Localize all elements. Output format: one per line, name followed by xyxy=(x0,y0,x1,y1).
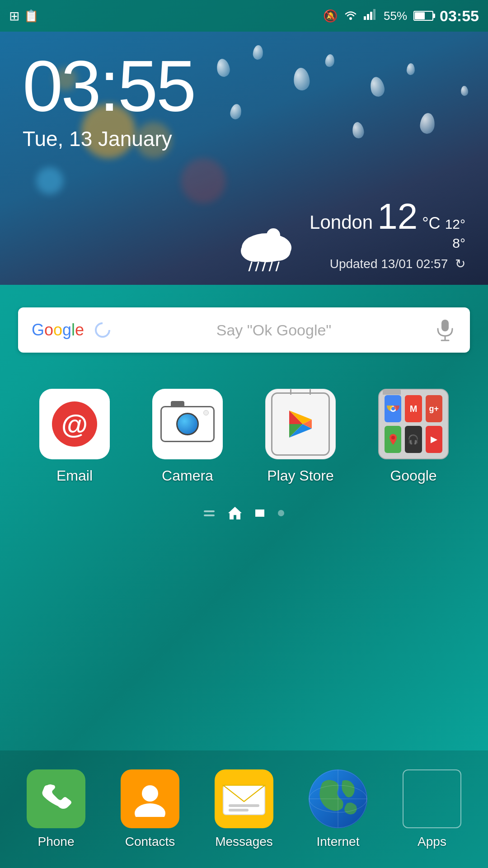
app-google-folder[interactable]: M g+ 🎧 ▶ Google xyxy=(368,389,459,484)
google-logo-arc xyxy=(91,319,114,341)
play-store-label: Play Store xyxy=(267,467,334,484)
maps-mini-icon xyxy=(385,426,401,453)
contacts-icon[interactable] xyxy=(121,769,179,828)
phone-label: Phone xyxy=(38,835,75,849)
svg-point-0 xyxy=(349,17,352,20)
svg-point-27 xyxy=(142,785,158,802)
camera-icon[interactable] xyxy=(152,389,223,459)
dock-contacts[interactable]: Contacts xyxy=(109,769,191,849)
page-dot[interactable] xyxy=(278,510,284,516)
page-lines-icon xyxy=(204,510,215,516)
svg-rect-14 xyxy=(441,320,449,331)
weather-temp: 12 xyxy=(377,198,418,235)
dock-phone[interactable]: Phone xyxy=(15,769,97,849)
dock-internet[interactable]: Internet xyxy=(297,769,379,849)
google-logo: Google xyxy=(32,321,84,340)
svg-line-9 xyxy=(249,262,252,271)
page-home-icon[interactable] xyxy=(228,507,242,519)
status-bar: ⊞ 📋 🔕 55% 03:55 xyxy=(0,0,488,32)
chrome-mini-icon xyxy=(385,395,401,422)
svg-point-26 xyxy=(391,436,395,439)
messages-label: Messages xyxy=(215,835,273,849)
weather-cloud-icon xyxy=(233,226,300,271)
play-store-icon[interactable] xyxy=(265,389,336,459)
svg-rect-1 xyxy=(364,16,366,20)
apps-grid-icon[interactable] xyxy=(403,769,461,828)
dock: Phone Contacts Messages xyxy=(0,750,488,868)
apps-label: Apps xyxy=(418,835,446,849)
svg-point-28 xyxy=(135,803,165,817)
email-label: Email xyxy=(56,467,93,484)
dock-apps[interactable]: Apps xyxy=(391,769,473,849)
google-folder-icon[interactable]: M g+ 🎧 ▶ xyxy=(378,389,449,459)
internet-icon[interactable] xyxy=(309,769,367,828)
weather-city: London xyxy=(310,212,373,233)
youtube-mini-icon: ▶ xyxy=(426,426,442,453)
svg-rect-8 xyxy=(267,228,280,242)
status-time: 03:55 xyxy=(440,7,479,25)
contacts-label: Contacts xyxy=(125,835,175,849)
svg-line-12 xyxy=(269,262,272,271)
app-play-store[interactable]: Play Store xyxy=(255,389,346,484)
weather-updated: Updated 13/01 02:57 ↻ xyxy=(310,256,465,271)
battery-percent: 55% xyxy=(384,9,407,23)
status-left-icons: ⊞ 📋 xyxy=(9,9,38,24)
wifi-icon xyxy=(344,9,357,23)
weather-unit: °C xyxy=(422,214,440,233)
search-placeholder[interactable]: Say "Ok Google" xyxy=(121,321,427,339)
search-bar[interactable]: Google Say "Ok Google" xyxy=(18,307,470,353)
svg-rect-34 xyxy=(229,809,249,811)
weather-hilo: 12° 8° xyxy=(445,215,465,253)
document-icon: 📋 xyxy=(24,9,38,23)
search-bar-container: Google Say "Ok Google" xyxy=(0,285,488,362)
internet-label: Internet xyxy=(317,835,360,849)
svg-line-10 xyxy=(256,262,258,271)
app-email[interactable]: @ Email xyxy=(29,389,120,484)
messages-icon[interactable] xyxy=(215,769,273,828)
widget-time: 03:55 xyxy=(23,50,465,122)
mic-button[interactable] xyxy=(434,319,456,341)
svg-line-13 xyxy=(276,262,279,271)
image-icon: ⊞ xyxy=(9,9,19,24)
mute-icon: 🔕 xyxy=(323,9,338,23)
widget-date: Tue, 13 January xyxy=(23,127,465,151)
camera-label: Camera xyxy=(162,467,213,484)
svg-line-11 xyxy=(263,262,265,271)
gplus-mini-icon: g+ xyxy=(426,395,442,422)
svg-point-7 xyxy=(265,241,291,261)
dock-messages[interactable]: Messages xyxy=(203,769,285,849)
page-dot-active[interactable] xyxy=(255,509,264,517)
google-label: Google xyxy=(390,467,436,484)
status-right-icons: 🔕 55% 03:55 xyxy=(323,7,479,25)
page-indicator xyxy=(0,498,488,533)
apps-grid: @ Email Camera xyxy=(0,362,488,498)
signal-icon xyxy=(364,9,377,23)
headphones-mini-icon: 🎧 xyxy=(405,426,422,453)
weather-widget[interactable]: 03:55 Tue, 13 January xyxy=(0,32,488,285)
app-camera[interactable]: Camera xyxy=(142,389,233,484)
svg-rect-2 xyxy=(367,14,369,20)
svg-rect-33 xyxy=(229,804,259,807)
gmail-mini-icon: M xyxy=(405,395,422,422)
email-icon[interactable]: @ xyxy=(39,389,110,459)
phone-icon[interactable] xyxy=(27,769,85,828)
svg-rect-4 xyxy=(373,9,375,20)
svg-rect-3 xyxy=(370,12,372,20)
battery-icon xyxy=(413,11,433,21)
